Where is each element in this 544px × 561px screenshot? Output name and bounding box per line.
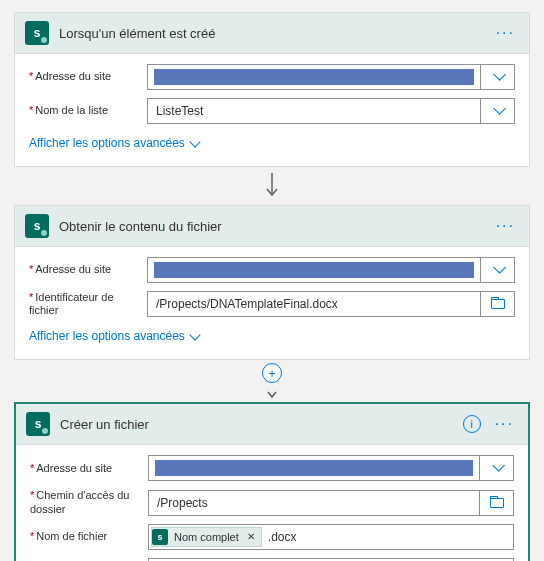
file-identifier-input[interactable]: /Propects/DNATemplateFinal.docx xyxy=(147,291,515,317)
list-name-dropdown[interactable]: ListeTest xyxy=(147,98,515,124)
flow-arrow xyxy=(14,167,530,205)
trigger-card: s Lorsqu'un élément est créé ··· *Adress… xyxy=(14,12,530,167)
folder-picker-button[interactable] xyxy=(479,491,513,515)
card-title: Lorsqu'un élément est créé xyxy=(59,26,482,41)
field-row-list: *Nom de la liste ListeTest xyxy=(29,98,515,124)
flow-arrow xyxy=(14,386,530,402)
field-value: ListeTest xyxy=(148,104,480,118)
field-row-filename: *Nom de fichier s Nom complet ✕ .docx xyxy=(30,524,514,550)
folder-icon xyxy=(491,299,505,309)
field-label: *Adresse du site xyxy=(29,70,139,83)
card-header[interactable]: s Créer un fichier i ··· xyxy=(16,404,528,445)
redacted-value xyxy=(155,460,473,476)
field-row-site: *Adresse du site xyxy=(29,64,515,90)
info-button[interactable]: i xyxy=(463,415,481,433)
sharepoint-icon: s xyxy=(25,214,49,238)
folder-path-input[interactable]: /Propects xyxy=(148,490,514,516)
chevron-down-icon xyxy=(189,329,200,340)
folder-icon xyxy=(490,498,504,508)
site-address-dropdown[interactable] xyxy=(148,455,514,481)
sharepoint-mini-icon: s xyxy=(152,529,168,545)
more-menu-button[interactable]: ··· xyxy=(491,415,518,433)
card-header[interactable]: s Obtenir le contenu du fichier ··· xyxy=(15,206,529,247)
chevron-down-icon xyxy=(493,265,503,275)
field-row-folder: *Chemin d'accès du dossier /Propects xyxy=(30,489,514,515)
dropdown-toggle[interactable] xyxy=(480,99,514,123)
card-body: *Adresse du site *Chemin d'accès du doss… xyxy=(16,445,528,561)
site-address-dropdown[interactable] xyxy=(147,257,515,283)
dynamic-token[interactable]: s Nom complet ✕ xyxy=(151,527,262,547)
card-body: *Adresse du site *Identificateur de fich… xyxy=(15,247,529,359)
field-label: *Nom de la liste xyxy=(29,104,139,117)
sharepoint-icon: s xyxy=(25,21,49,45)
chevron-down-icon xyxy=(189,136,200,147)
sharepoint-icon: s xyxy=(26,412,50,436)
remove-token-button[interactable]: ✕ xyxy=(245,531,257,542)
more-menu-button[interactable]: ··· xyxy=(492,24,519,42)
card-title: Obtenir le contenu du fichier xyxy=(59,219,482,234)
card-body: *Adresse du site *Nom de la liste ListeT… xyxy=(15,54,529,166)
add-step-connector: + xyxy=(14,360,530,386)
field-value: /Propects xyxy=(149,496,479,510)
field-value: /Propects/DNATemplateFinal.docx xyxy=(148,297,480,311)
field-row-site: *Adresse du site xyxy=(29,257,515,283)
get-file-content-card: s Obtenir le contenu du fichier ··· *Adr… xyxy=(14,205,530,360)
file-picker-button[interactable] xyxy=(480,292,514,316)
filename-suffix: .docx xyxy=(264,530,301,544)
field-label: *Nom de fichier xyxy=(30,530,140,543)
card-title: Créer un fichier xyxy=(60,417,453,432)
create-file-card: s Créer un fichier i ··· *Adresse du sit… xyxy=(14,402,530,561)
field-label: *Identificateur de fichier xyxy=(29,291,139,317)
redacted-value xyxy=(154,69,474,85)
more-menu-button[interactable]: ··· xyxy=(492,217,519,235)
redacted-value xyxy=(154,262,474,278)
card-header[interactable]: s Lorsqu'un élément est créé ··· xyxy=(15,13,529,54)
field-label: *Chemin d'accès du dossier xyxy=(30,489,140,515)
dropdown-toggle[interactable] xyxy=(479,456,513,480)
filename-input[interactable]: s Nom complet ✕ .docx xyxy=(148,524,514,550)
show-advanced-link[interactable]: Afficher les options avancées xyxy=(29,132,199,154)
chevron-down-icon xyxy=(493,72,503,82)
field-row-site: *Adresse du site xyxy=(30,455,514,481)
site-address-dropdown[interactable] xyxy=(147,64,515,90)
dropdown-toggle[interactable] xyxy=(480,65,514,89)
add-step-button[interactable]: + xyxy=(262,363,282,383)
show-advanced-link[interactable]: Afficher les options avancées xyxy=(29,325,199,347)
field-label: *Adresse du site xyxy=(29,263,139,276)
field-row-fileid: *Identificateur de fichier /Propects/DNA… xyxy=(29,291,515,317)
dropdown-toggle[interactable] xyxy=(480,258,514,282)
field-label: *Adresse du site xyxy=(30,462,140,475)
chevron-down-icon xyxy=(493,106,503,116)
chevron-down-icon xyxy=(492,463,502,473)
